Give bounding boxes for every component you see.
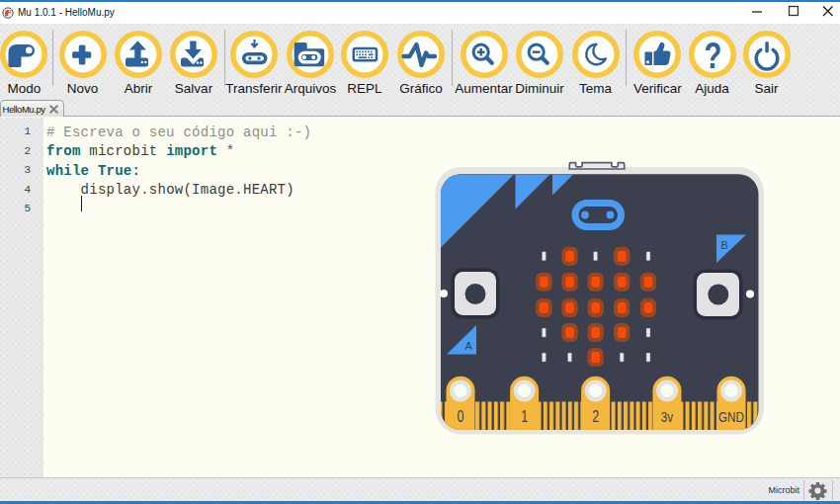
svg-text:A: A [465, 340, 473, 352]
svg-text:?: ? [704, 36, 721, 76]
svg-text:3v: 3v [661, 408, 674, 425]
svg-text:1: 1 [521, 407, 528, 425]
svg-text:0: 0 [458, 407, 464, 425]
svg-text:2: 2 [592, 407, 599, 425]
svg-text:B: B [721, 239, 728, 251]
svg-text:GND: GND [718, 408, 744, 425]
